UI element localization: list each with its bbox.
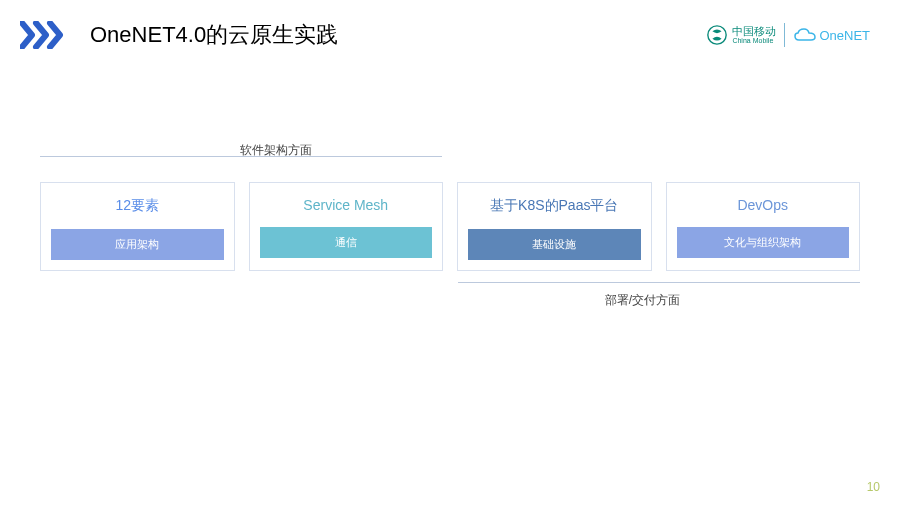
card-title: Service Mesh [260, 197, 433, 213]
software-arch-label: 软件架构方面 [240, 142, 312, 159]
logo-group: 中国移动 China Mobile OneNET [706, 23, 870, 47]
card-service-mesh: Service Mesh 通信 [249, 182, 444, 271]
card-subtitle: 基础设施 [468, 229, 641, 260]
logo-divider [784, 23, 785, 47]
slide-header: OneNET4.0的云原生实践 中国移动 China Mobile OneNET [0, 0, 900, 60]
card-subtitle: 通信 [260, 227, 433, 258]
card-12-factors: 12要素 应用架构 [40, 182, 235, 271]
cloud-icon [793, 27, 817, 43]
card-title: DevOps [677, 197, 850, 213]
china-mobile-cn-text: 中国移动 [732, 26, 776, 37]
page-title: OneNET4.0的云原生实践 [90, 20, 338, 50]
china-mobile-icon [706, 24, 728, 46]
bottom-bracket-line [458, 282, 860, 283]
card-row: 12要素 应用架构 Service Mesh 通信 基于K8S的Paas平台 基… [40, 150, 860, 271]
china-mobile-en-text: China Mobile [732, 37, 776, 44]
card-devops: DevOps 文化与组织架构 [666, 182, 861, 271]
onenet-logo: OneNET [793, 27, 870, 43]
deploy-delivery-label: 部署/交付方面 [605, 292, 680, 309]
card-subtitle: 应用架构 [51, 229, 224, 260]
header-left: OneNET4.0的云原生实践 [20, 20, 338, 50]
decorative-arrows-icon [20, 21, 70, 49]
svg-point-0 [708, 26, 726, 44]
card-title: 12要素 [51, 197, 224, 215]
china-mobile-logo: 中国移动 China Mobile [706, 24, 776, 46]
onenet-text: OneNET [819, 28, 870, 43]
card-k8s-paas: 基于K8S的Paas平台 基础设施 [457, 182, 652, 271]
page-number: 10 [867, 480, 880, 494]
card-subtitle: 文化与组织架构 [677, 227, 850, 258]
card-title: 基于K8S的Paas平台 [468, 197, 641, 215]
diagram-content: 软件架构方面 12要素 应用架构 Service Mesh 通信 基于K8S的P… [40, 150, 860, 271]
